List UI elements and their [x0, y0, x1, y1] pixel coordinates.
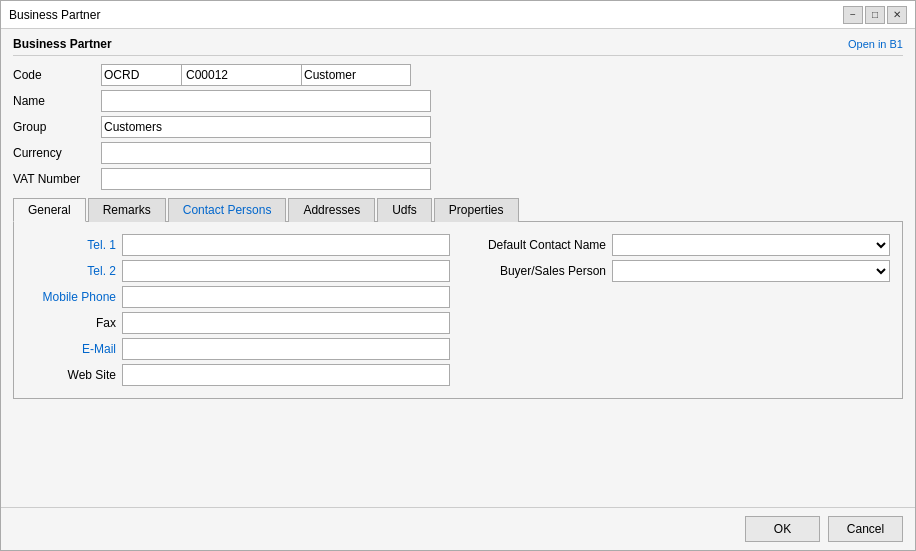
open-in-b1-link[interactable]: Open in B1	[848, 38, 903, 50]
footer: OK Cancel	[1, 507, 915, 550]
tel1-input[interactable]	[122, 234, 450, 256]
section-header: Business Partner Open in B1	[13, 37, 903, 56]
code-value-input[interactable]	[181, 64, 301, 86]
tab-general[interactable]: General	[13, 198, 86, 222]
tab-content-general: Tel. 1 Tel. 2 Mobile Phone Fax	[13, 222, 903, 399]
tel2-label: Tel. 2	[26, 264, 116, 278]
name-input[interactable]	[101, 90, 431, 112]
cancel-button[interactable]: Cancel	[828, 516, 903, 542]
vat-label: VAT Number	[13, 172, 93, 186]
window-controls: − □ ✕	[843, 6, 907, 24]
mobile-row: Mobile Phone	[26, 286, 450, 308]
default-contact-row: Default Contact Name	[466, 234, 890, 256]
email-row: E-Mail	[26, 338, 450, 360]
buyer-sales-row: Buyer/Sales Person	[466, 260, 890, 282]
close-button[interactable]: ✕	[887, 6, 907, 24]
fax-input[interactable]	[122, 312, 450, 334]
currency-select[interactable]	[101, 142, 431, 164]
code-label: Code	[13, 68, 93, 82]
tel2-row: Tel. 2	[26, 260, 450, 282]
mobile-input[interactable]	[122, 286, 450, 308]
general-right-column: Default Contact Name Buyer/Sales Person	[466, 234, 890, 386]
group-select[interactable]: Customers Vendors	[101, 116, 431, 138]
fax-row: Fax	[26, 312, 450, 334]
email-input[interactable]	[122, 338, 450, 360]
mobile-label: Mobile Phone	[26, 290, 116, 304]
title-bar: Business Partner − □ ✕	[1, 1, 915, 29]
default-contact-select[interactable]	[612, 234, 890, 256]
name-label: Name	[13, 94, 93, 108]
website-input[interactable]	[122, 364, 450, 386]
group-label: Group	[13, 120, 93, 134]
code-type-select[interactable]: Customer Vendor Lead	[301, 64, 411, 86]
buyer-sales-select[interactable]	[612, 260, 890, 282]
vat-input[interactable]	[101, 168, 431, 190]
content-area: Business Partner Open in B1 Code OCRD Cu…	[1, 29, 915, 507]
window-title: Business Partner	[9, 8, 100, 22]
section-title: Business Partner	[13, 37, 112, 51]
tel1-label: Tel. 1	[26, 238, 116, 252]
tabs-list: General Remarks Contact Persons Addresse…	[13, 198, 903, 222]
maximize-button[interactable]: □	[865, 6, 885, 24]
minimize-button[interactable]: −	[843, 6, 863, 24]
tab-remarks[interactable]: Remarks	[88, 198, 166, 222]
currency-label: Currency	[13, 146, 93, 160]
general-tab-form: Tel. 1 Tel. 2 Mobile Phone Fax	[26, 234, 890, 386]
website-label: Web Site	[26, 368, 116, 382]
tab-contact-persons[interactable]: Contact Persons	[168, 198, 287, 222]
code-inputs: OCRD Customer Vendor Lead	[101, 64, 411, 86]
website-row: Web Site	[26, 364, 450, 386]
buyer-sales-label: Buyer/Sales Person	[466, 264, 606, 278]
tab-udfs[interactable]: Udfs	[377, 198, 432, 222]
fax-label: Fax	[26, 316, 116, 330]
tel2-input[interactable]	[122, 260, 450, 282]
tabs-container: General Remarks Contact Persons Addresse…	[13, 198, 903, 399]
tab-properties[interactable]: Properties	[434, 198, 519, 222]
general-left-column: Tel. 1 Tel. 2 Mobile Phone Fax	[26, 234, 450, 386]
tab-addresses[interactable]: Addresses	[288, 198, 375, 222]
ok-button[interactable]: OK	[745, 516, 820, 542]
business-partner-window: Business Partner − □ ✕ Business Partner …	[0, 0, 916, 551]
code-table-select[interactable]: OCRD	[101, 64, 181, 86]
email-label: E-Mail	[26, 342, 116, 356]
tel1-row: Tel. 1	[26, 234, 450, 256]
default-contact-label: Default Contact Name	[466, 238, 606, 252]
code-row-container: Code OCRD Customer Vendor Lead Name	[13, 64, 903, 194]
